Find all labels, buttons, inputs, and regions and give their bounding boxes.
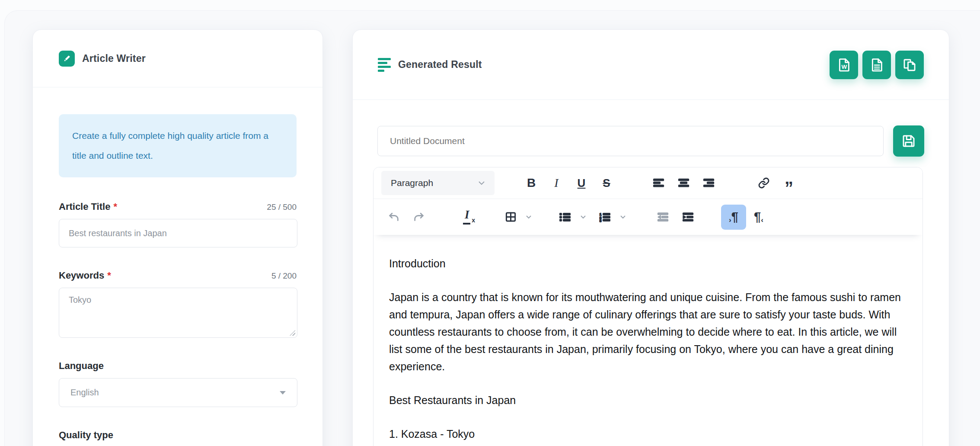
remove-format-button[interactable]: Ix [456,205,481,230]
chevron-down-icon [526,215,532,219]
quality-type-label: Quality type [59,430,113,441]
result-title: Generated Result [398,59,482,71]
result-lines-icon [378,58,391,72]
italic-button[interactable]: I [544,170,569,196]
save-document-button[interactable] [893,125,924,157]
bold-button[interactable]: B [519,170,544,196]
insert-table-button[interactable] [498,205,523,230]
outdent-button[interactable] [650,205,675,230]
page-title: Article Writer [82,53,146,64]
rtl-icon: ¶‹ [754,211,763,223]
svg-text:3: 3 [600,219,601,222]
word-file-icon: W [836,58,851,72]
svg-text:W: W [842,64,847,70]
text-direction-rtl-button[interactable]: ¶‹ [746,205,771,230]
text-file-icon [869,58,884,72]
redo-icon [413,211,425,223]
undo-icon [388,211,400,223]
align-right-button[interactable] [696,170,721,196]
document-title-input[interactable] [377,126,884,156]
undo-button[interactable] [381,205,406,230]
align-left-button[interactable] [646,170,671,196]
article-title-counter: 25 / 500 [267,202,297,212]
paragraph-style-dropdown[interactable]: Paragraph [381,171,495,195]
keywords-textarea[interactable]: Tokyo [59,288,297,338]
numbered-list-button[interactable]: 123 [592,205,617,230]
article-title-input[interactable] [59,219,297,247]
table-icon [505,211,517,223]
chevron-down-icon [620,215,626,219]
content-subheading: Best Restaurants in Japan [389,391,905,409]
editor-toolbar: Paragraph B I U S [373,167,923,235]
save-icon [901,133,916,149]
export-word-button[interactable]: W [830,51,858,79]
keywords-label: Keywords* [59,270,111,281]
chevron-down-icon [580,215,586,219]
ltr-icon: ›¶ [729,211,738,223]
content-paragraph: Japan is a country that is known for its… [389,289,905,375]
indent-button[interactable] [675,205,700,230]
required-asterisk: * [107,270,111,281]
article-title-label: Article Title* [59,201,117,212]
link-icon [758,177,770,189]
align-center-icon [678,178,690,188]
generated-result-header: Generated Result W [353,30,949,100]
bulleted-list-button[interactable] [552,205,578,230]
language-selected-value: English [70,388,99,398]
strikethrough-button[interactable]: S [594,170,619,196]
language-select[interactable]: English [59,378,297,407]
indent-icon [682,212,694,222]
text-direction-ltr-button[interactable]: ›¶ [721,205,746,230]
required-asterisk: * [113,201,117,212]
blockquote-button[interactable]: ” [776,170,801,196]
content-heading: Introduction [389,255,905,272]
copy-result-button[interactable] [895,51,924,79]
article-writer-header: Article Writer [33,30,322,87]
rich-text-editor: Paragraph B I U S [373,167,923,446]
numbered-list-icon: 123 [599,212,610,222]
underline-button[interactable]: U [569,170,594,196]
chevron-down-icon [280,391,286,395]
align-right-icon [703,178,715,188]
bulleted-list-icon [559,212,571,222]
align-left-icon [653,178,664,188]
content-list-item: 1. Kozasa - Tokyo [389,425,905,443]
generated-result-panel: Generated Result W [352,29,949,446]
outdent-icon [657,212,669,222]
tool-description: Create a fully complete high quality art… [59,114,297,177]
editor-content-area[interactable]: Introduction Japan is a country that is … [373,235,923,443]
remove-format-icon: Ix [461,210,475,225]
chevron-down-icon [478,181,485,185]
insert-link-button[interactable] [751,170,776,196]
pencil-icon [59,51,75,67]
redo-button[interactable] [406,205,431,230]
language-label: Language [59,360,104,372]
keywords-counter: 5 / 200 [271,271,297,281]
export-text-button[interactable] [862,51,891,79]
article-writer-panel: Article Writer Create a fully complete h… [32,29,323,446]
align-center-button[interactable] [671,170,696,196]
copy-icon [902,58,917,72]
